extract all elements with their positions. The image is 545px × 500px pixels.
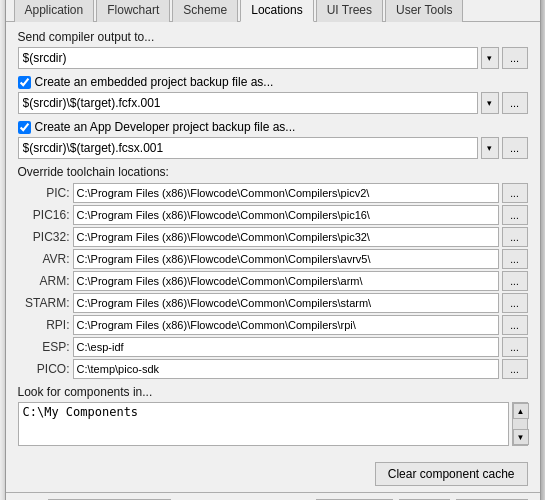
toolchain-row: RPI:...	[18, 315, 528, 335]
toolchain-browse-button[interactable]: ...	[502, 315, 528, 335]
toolchain-row: ARM:...	[18, 271, 528, 291]
scroll-up-arrow[interactable]: ▲	[513, 403, 529, 419]
clear-cache-button[interactable]: Clear component cache	[375, 462, 528, 486]
send-compiler-dropdown[interactable]: ▾	[481, 47, 499, 69]
embedded-backup-row: ▾ ...	[18, 92, 528, 114]
tab-bar: Application Flowchart Scheme Locations U…	[6, 0, 540, 22]
options-dialog: Options ✕ Application Flowchart Scheme L…	[5, 0, 541, 500]
toolchain-input[interactable]	[73, 227, 499, 247]
embedded-backup-browse[interactable]: ...	[502, 92, 528, 114]
embedded-backup-dropdown[interactable]: ▾	[481, 92, 499, 114]
toolchain-browse-button[interactable]: ...	[502, 249, 528, 269]
app-backup-label: Create an App Developer project backup f…	[18, 120, 528, 134]
components-scrollbar: ▲ ▼	[512, 402, 528, 446]
toolchain-input[interactable]	[73, 337, 499, 357]
toolchain-name: RPI:	[18, 318, 70, 332]
toolchain-name: PIC:	[18, 186, 70, 200]
toolchain-input[interactable]	[73, 205, 499, 225]
send-compiler-row: ▾ ...	[18, 47, 528, 69]
toolchain-browse-button[interactable]: ...	[502, 227, 528, 247]
toolchain-name: STARM:	[18, 296, 70, 310]
app-backup-dropdown[interactable]: ▾	[481, 137, 499, 159]
app-backup-input[interactable]	[18, 137, 478, 159]
toolchain-browse-button[interactable]: ...	[502, 359, 528, 379]
embedded-backup-label: Create an embedded project backup file a…	[18, 75, 528, 89]
toolchain-input[interactable]	[73, 271, 499, 291]
tab-scheme[interactable]: Scheme	[172, 0, 238, 22]
toolchain-browse-button[interactable]: ...	[502, 337, 528, 357]
embedded-backup-checkbox[interactable]	[18, 76, 31, 89]
toolchain-browse-button[interactable]: ...	[502, 183, 528, 203]
toolchain-name: PIC16:	[18, 208, 70, 222]
send-compiler-label: Send compiler output to...	[18, 30, 528, 44]
clear-cache-row: Clear component cache	[6, 462, 540, 492]
embedded-backup-input[interactable]	[18, 92, 478, 114]
toolchain-input[interactable]	[73, 293, 499, 313]
app-backup-browse[interactable]: ...	[502, 137, 528, 159]
components-label: Look for components in...	[18, 385, 528, 399]
toolchain-row: AVR:...	[18, 249, 528, 269]
toolchain-browse-button[interactable]: ...	[502, 293, 528, 313]
toolchain-row: PICO:...	[18, 359, 528, 379]
toolchain-input[interactable]	[73, 359, 499, 379]
components-row: ▲ ▼	[18, 402, 528, 446]
tab-locations[interactable]: Locations	[240, 0, 313, 22]
app-backup-row: ▾ ...	[18, 137, 528, 159]
toolchain-browse-button[interactable]: ...	[502, 205, 528, 225]
tab-ui-trees[interactable]: UI Trees	[316, 0, 383, 22]
toolchain-row: PIC:...	[18, 183, 528, 203]
tab-flowchart[interactable]: Flowchart	[96, 0, 170, 22]
toolchain-name: ESP:	[18, 340, 70, 354]
toolchain-browse-button[interactable]: ...	[502, 271, 528, 291]
send-compiler-input[interactable]	[18, 47, 478, 69]
toolchain-input[interactable]	[73, 183, 499, 203]
toolchain-row: PIC32:...	[18, 227, 528, 247]
toolchain-name: PIC32:	[18, 230, 70, 244]
content-area: Send compiler output to... ▾ ... Create …	[6, 22, 540, 460]
toolchain-name: AVR:	[18, 252, 70, 266]
toolchain-list: PIC:...PIC16:...PIC32:...AVR:...ARM:...S…	[18, 183, 528, 379]
tab-user-tools[interactable]: User Tools	[385, 0, 463, 22]
toolchain-input[interactable]	[73, 249, 499, 269]
toolchain-input[interactable]	[73, 315, 499, 335]
scroll-track	[513, 419, 527, 429]
bottom-row: ? Restore Defaults Preview OK Cancel	[6, 492, 540, 500]
tab-application[interactable]: Application	[14, 0, 95, 22]
components-textarea[interactable]	[18, 402, 509, 446]
toolchain-row: PIC16:...	[18, 205, 528, 225]
scroll-down-arrow[interactable]: ▼	[513, 429, 529, 445]
toolchain-name: ARM:	[18, 274, 70, 288]
toolchain-row: STARM:...	[18, 293, 528, 313]
send-compiler-browse[interactable]: ...	[502, 47, 528, 69]
override-label: Override toolchain locations:	[18, 165, 528, 179]
app-backup-checkbox[interactable]	[18, 121, 31, 134]
toolchain-row: ESP:...	[18, 337, 528, 357]
toolchain-name: PICO:	[18, 362, 70, 376]
